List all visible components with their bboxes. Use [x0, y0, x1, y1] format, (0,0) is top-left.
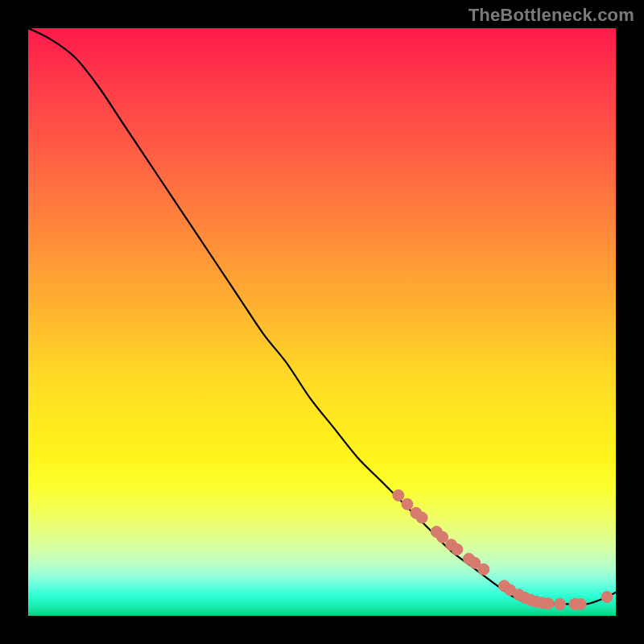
- curve-marker: [393, 489, 404, 501]
- chart-svg: [28, 28, 616, 616]
- curve-line: [28, 28, 616, 605]
- curve-marker: [543, 598, 554, 609]
- curve-marker: [478, 564, 489, 575]
- curve-markers: [393, 489, 613, 609]
- chart-plot-area: [28, 28, 616, 616]
- curve-marker: [416, 512, 427, 523]
- curve-marker: [555, 598, 566, 609]
- attribution-text: TheBottleneck.com: [469, 5, 634, 26]
- curve-marker: [452, 544, 463, 555]
- curve-marker: [437, 531, 448, 543]
- curve-marker: [402, 498, 413, 510]
- curve-marker: [601, 592, 613, 603]
- curve-marker: [575, 598, 586, 609]
